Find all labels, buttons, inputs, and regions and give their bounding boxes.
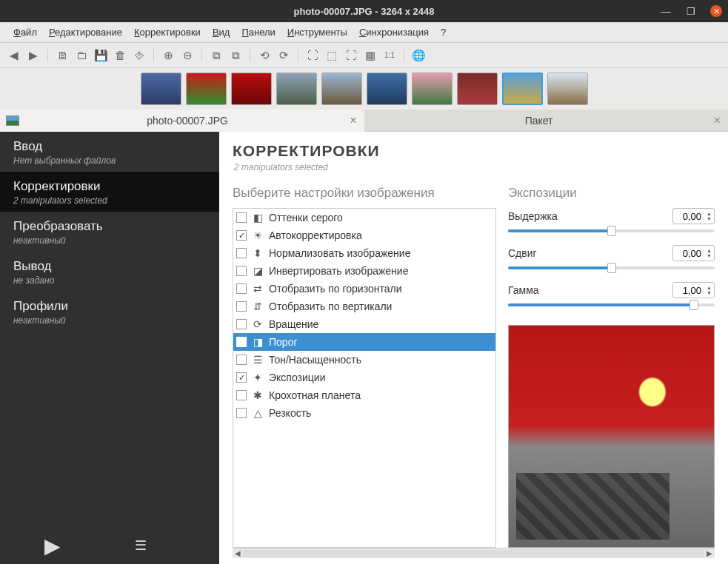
sidebar-item-adjustments[interactable]: Корректировки 2 manipulators selected (0, 172, 219, 212)
checkbox[interactable] (236, 355, 247, 365)
scroll-right-arrow[interactable]: ▶ (704, 549, 715, 557)
checkbox[interactable] (236, 408, 247, 418)
manipulator-row[interactable]: ✱Крохотная планета (233, 386, 495, 404)
thumbnail[interactable] (502, 73, 543, 105)
sidebar-item-transform[interactable]: Преобразовать неактивный (0, 212, 219, 252)
menu-adjust[interactable]: Корректировки (128, 27, 207, 38)
thumbnail[interactable] (547, 73, 588, 105)
menu-tools[interactable]: Инструменты (281, 27, 353, 38)
copy-icon[interactable]: ⧉ (208, 47, 224, 64)
shift-spinbox[interactable]: ▲▼ (672, 245, 715, 261)
manipulator-row[interactable]: ⇄Отобразить по горизонтали (233, 280, 495, 298)
slider-shutter: Выдержка ▲▼ (508, 208, 715, 236)
shift-slider[interactable] (508, 263, 715, 273)
manipulator-row[interactable]: ✓☀Автокорректировка (233, 226, 495, 244)
checkbox[interactable] (236, 319, 247, 329)
menu-panels[interactable]: Панели (236, 27, 281, 38)
menu-file[interactable]: Файл (7, 27, 43, 38)
thumbnail[interactable] (457, 73, 498, 105)
manipulator-label: Отобразить по горизонтали (269, 283, 401, 295)
thumbnail[interactable] (186, 73, 227, 105)
checkbox[interactable] (236, 248, 247, 258)
fit-icon[interactable]: ▦ (362, 47, 378, 64)
menu-edit[interactable]: Редактирование (43, 27, 128, 38)
manipulator-list[interactable]: ◧Оттенки серого✓☀Автокорректировка⬍Норма… (233, 208, 496, 548)
tab-bar: photo-00007.JPG × Пакет × (0, 110, 728, 132)
checkbox[interactable]: ✓ (236, 372, 247, 383)
close-button[interactable]: ✕ (710, 5, 722, 17)
manipulator-row[interactable]: △Резкость (233, 404, 495, 422)
document-icon[interactable]: 🗎 (54, 47, 70, 64)
thumbnail[interactable] (276, 73, 317, 105)
menu-view[interactable]: Вид (207, 27, 236, 38)
thumbnail[interactable] (231, 73, 272, 105)
menu-help[interactable]: ? (435, 27, 452, 38)
play-button[interactable]: ▶ (44, 534, 61, 558)
checkbox[interactable] (236, 212, 247, 223)
crop-icon[interactable]: ⛶ (304, 47, 321, 64)
manipulator-row[interactable]: ⇵Отобразить по вертикали (233, 298, 495, 315)
shutter-slider[interactable] (508, 226, 715, 236)
tab-batch[interactable]: Пакет × (364, 110, 729, 132)
checkbox[interactable] (236, 266, 247, 276)
save-icon[interactable]: 💾 (93, 47, 109, 64)
settings-header: Выберите настройки изображения (233, 186, 496, 201)
filter-icon[interactable]: ⯑ (131, 47, 147, 64)
sidebar-item-input[interactable]: Ввод Нет выбранных файлов (0, 132, 219, 172)
thumbnail[interactable] (321, 73, 362, 105)
window-titlebar: photo-00007.JPG - 3264 x 2448 — ❐ ✕ (0, 0, 728, 22)
shutter-input[interactable] (673, 211, 704, 222)
sidebar-item-output[interactable]: Вывод не задано (0, 252, 219, 292)
minimize-button[interactable]: — (660, 5, 672, 17)
zoom-in-icon[interactable]: ⊕ (160, 47, 176, 64)
rotate-right-icon[interactable]: ⟳ (275, 47, 292, 64)
toolbar: ◀ ▶ 🗎 🗀 💾 🗑 ⯑ ⊕ ⊖ ⧉ ⧉ ⟲ ⟳ ⛶ ⬚ ⛶ ▦ 1:1 🌐 (0, 43, 728, 68)
shift-input[interactable] (673, 248, 704, 259)
window-title: photo-00007.JPG - 3264 x 2448 (293, 6, 434, 17)
thumbnail[interactable] (412, 73, 453, 105)
manipulator-label: Крохотная планета (269, 389, 361, 401)
trash-icon[interactable]: 🗑 (112, 47, 128, 64)
tab-image-close[interactable]: × (350, 114, 356, 127)
checkbox[interactable] (236, 301, 247, 312)
tab-image[interactable]: photo-00007.JPG × (0, 110, 364, 132)
gamma-spinbox[interactable]: ▲▼ (672, 282, 715, 298)
manipulator-icon: ☀ (251, 229, 264, 241)
globe-icon[interactable]: 🌐 (410, 47, 427, 64)
manipulator-icon: ◪ (251, 265, 264, 277)
manipulator-row[interactable]: ◧Оттенки серого (233, 209, 495, 226)
horizontal-scrollbar[interactable]: ◀ ▶ (233, 548, 715, 558)
manipulator-row[interactable]: ☰Тон/Насыщенность (233, 351, 495, 369)
manipulator-row[interactable]: ◨Порог (233, 333, 495, 351)
paste-icon[interactable]: ⧉ (227, 47, 244, 64)
checkbox[interactable] (236, 390, 247, 400)
shutter-spinbox[interactable]: ▲▼ (672, 208, 715, 224)
manipulator-icon: ◨ (251, 336, 264, 348)
folder-icon[interactable]: 🗀 (73, 47, 90, 64)
nav-back-button[interactable]: ◀ (6, 47, 22, 64)
image-tab-icon (6, 115, 19, 126)
select-icon[interactable]: ⬚ (324, 47, 340, 64)
gamma-slider[interactable] (508, 300, 715, 310)
checkbox[interactable]: ✓ (236, 230, 247, 241)
thumbnail[interactable] (141, 73, 181, 105)
maximize-button[interactable]: ❐ (685, 5, 697, 17)
zoom-out-icon[interactable]: ⊖ (179, 47, 196, 64)
thumbnail[interactable] (367, 73, 407, 105)
rotate-left-icon[interactable]: ⟲ (256, 47, 273, 64)
scroll-left-arrow[interactable]: ◀ (233, 549, 243, 557)
tab-batch-close[interactable]: × (714, 114, 721, 127)
ratio-icon[interactable]: 1:1 (381, 47, 398, 64)
gamma-input[interactable] (673, 285, 704, 296)
manipulator-row[interactable]: ⬍Нормализовать изображение (233, 244, 495, 262)
sidebar-item-profiles[interactable]: Профили неактивный (0, 292, 219, 332)
menu-sync[interactable]: Синхронизация (353, 27, 435, 38)
fullscreen-icon[interactable]: ⛶ (343, 47, 359, 64)
checkbox[interactable] (236, 283, 247, 294)
nav-forward-button[interactable]: ▶ (25, 47, 41, 64)
checkbox[interactable] (236, 337, 247, 347)
manipulator-row[interactable]: ◪Инвертировать изображение (233, 262, 495, 280)
list-view-icon[interactable]: ☰ (135, 537, 147, 554)
manipulator-row[interactable]: ✓✦Экспозиции (233, 369, 495, 386)
manipulator-row[interactable]: ⟳Вращение (233, 315, 495, 333)
